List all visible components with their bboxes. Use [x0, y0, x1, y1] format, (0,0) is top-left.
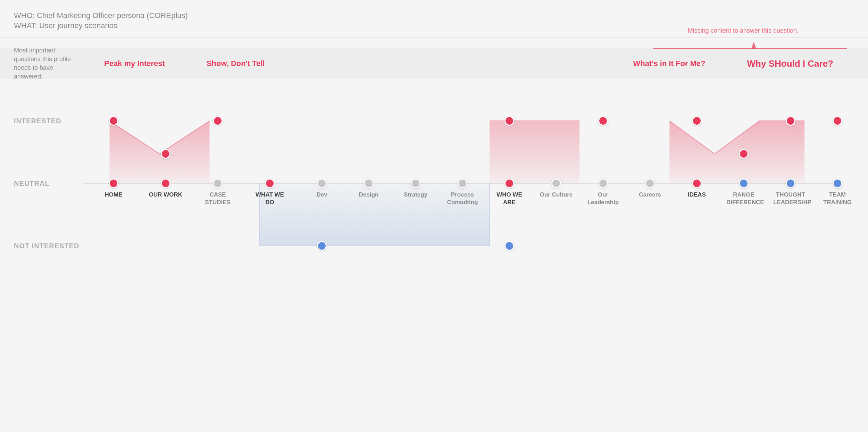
node-dot-peak-who-we-are	[504, 116, 514, 126]
node-label-our-work: OUR WORK	[148, 191, 183, 199]
chart-area: INTERESTED NEUTRAL NOT INTERESTED	[0, 79, 868, 315]
node-what-we-do: WHAT WE DO	[252, 178, 287, 206]
node-label-ideas: IDEAS	[679, 191, 714, 199]
node-label-our-culture: Our Culture	[539, 191, 574, 199]
node-dot-process-consulting	[458, 178, 467, 188]
node-label-home: HOME	[96, 191, 131, 199]
node-dot-peak-our-work	[161, 149, 170, 159]
question-3: What's in It For Me?	[612, 59, 726, 68]
node-peak-case-studies	[213, 116, 223, 126]
node-home: HOME	[96, 178, 131, 199]
node-dot-our-leadership	[598, 178, 608, 188]
node-bottom-dev	[317, 241, 327, 251]
node-label-team-training: TEAM TRAINING	[820, 191, 855, 206]
node-label-process-consulting: Process Consulting	[445, 191, 480, 206]
node-dot-peak-our-leadership	[598, 116, 608, 126]
node-our-leadership: Our Leadership	[586, 178, 620, 206]
node-peak-who-we-are	[504, 116, 514, 126]
missing-arrow-icon	[751, 42, 756, 49]
node-dot-strategy	[411, 178, 420, 188]
node-label-dev: Dev	[304, 191, 339, 199]
node-case-studies: CASE STUDIES	[200, 178, 235, 206]
question-1: Peak my Interest	[83, 59, 186, 68]
node-peak-our-leadership	[598, 116, 608, 126]
missing-content-label: Missing content to answer this question.	[688, 27, 799, 34]
missing-line	[653, 48, 847, 49]
node-dot-home	[109, 178, 118, 188]
node-dot-our-work	[161, 178, 170, 188]
missing-content-annotation: Missing content to answer this question.	[688, 27, 799, 34]
node-label-design: Design	[351, 191, 386, 199]
node-dot-thought-leadership	[786, 178, 795, 188]
node-dot-who-we-are	[504, 178, 514, 188]
node-label-what-we-do: WHAT WE DO	[252, 191, 287, 206]
shape-red-3	[669, 121, 804, 183]
node-range-diff: RANGE DIFFERENCE	[726, 178, 761, 206]
node-dot-ideas	[692, 178, 702, 188]
node-thought-leadership: THOUGHT LEADERSHIP	[773, 178, 808, 206]
node-team-training: TEAM TRAINING	[820, 178, 855, 206]
node-ideas: IDEAS	[679, 178, 714, 199]
node-our-culture: Our Culture	[539, 178, 574, 199]
who-line: WHO: Chief Marketing Officer persona (CO…	[14, 10, 854, 21]
node-label-who-we-are: WHO WE ARE	[492, 191, 527, 206]
node-dev: Dev	[304, 178, 339, 199]
node-dot-peak-range-diff	[739, 149, 749, 159]
node-peak-ideas	[692, 116, 702, 126]
node-dot-bottom-who-we-are	[504, 241, 514, 251]
node-dot-peak-ideas	[692, 116, 702, 126]
node-dot-range-diff	[739, 178, 749, 188]
question-2: Show, Don't Tell	[186, 59, 286, 68]
node-dot-team-training	[833, 178, 842, 188]
node-label-our-leadership: Our Leadership	[586, 191, 620, 206]
node-label-thought-leadership: THOUGHT LEADERSHIP	[773, 191, 808, 206]
node-dot-case-studies	[213, 178, 223, 188]
node-strategy: Strategy	[398, 178, 433, 199]
chart-container: INTERESTED NEUTRAL NOT INTERESTED	[14, 93, 847, 294]
node-label-range-diff: RANGE DIFFERENCE	[726, 191, 761, 206]
node-peak-range-diff	[739, 149, 749, 159]
node-dot-design	[364, 178, 374, 188]
node-peak-team-training	[833, 116, 842, 126]
node-label-careers: Careers	[633, 191, 667, 199]
node-label-case-studies: CASE STUDIES	[200, 191, 235, 206]
node-dot-our-culture	[551, 178, 561, 188]
node-dot-peak-home	[109, 116, 118, 126]
node-dot-careers	[645, 178, 655, 188]
questions-bar: Missing content to answer this question.…	[0, 48, 868, 79]
node-our-work: OUR WORK	[148, 178, 183, 199]
question-4: Why SHould I Care?	[726, 58, 854, 69]
shape-red-2	[490, 121, 579, 183]
questions-list: Peak my Interest Show, Don't Tell What's…	[83, 58, 854, 69]
shape-red-1	[110, 121, 210, 183]
questions-bar-label: Most important questions this profile ne…	[14, 46, 83, 81]
node-peak-thought-leadership	[786, 116, 795, 126]
node-careers: Careers	[633, 178, 667, 199]
node-dot-what-we-do	[265, 178, 275, 188]
node-who-we-are: WHO WE ARE	[492, 178, 527, 206]
node-peak-home	[109, 116, 118, 126]
node-peak-our-work	[161, 149, 170, 159]
node-dot-dev	[317, 178, 327, 188]
node-process-consulting: Process Consulting	[445, 178, 480, 206]
node-dot-peak-thought-leadership	[786, 116, 795, 126]
node-bottom-who-we-are	[504, 241, 514, 251]
node-dot-peak-team-training	[833, 116, 842, 126]
node-design: Design	[351, 178, 386, 199]
node-dot-bottom-dev	[317, 241, 327, 251]
node-dot-peak-case-studies	[213, 116, 223, 126]
node-label-strategy: Strategy	[398, 191, 433, 199]
